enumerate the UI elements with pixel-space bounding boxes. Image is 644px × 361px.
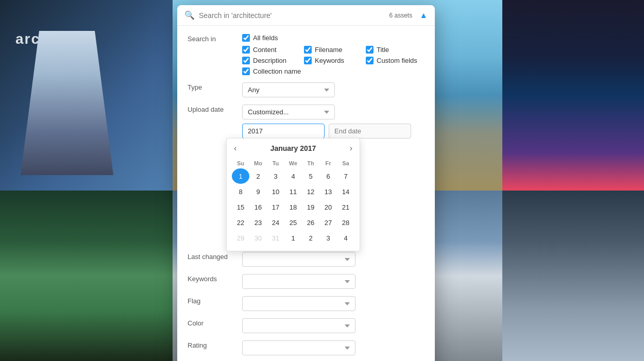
calendar-day[interactable]: 8 [232,184,249,199]
prev-month-button[interactable]: ‹ [232,144,239,153]
calendar-day[interactable]: 11 [284,184,302,199]
calendar-day[interactable]: 1 [232,168,249,184]
content-label: Content [253,46,277,54]
filename-label: Filename [315,46,342,54]
cal-header-su: Su [232,158,249,168]
color-label: Color [188,318,234,327]
calendar-day[interactable]: 13 [319,184,337,199]
end-date-input[interactable] [329,124,411,139]
last-changed-label: Last changed [188,252,234,261]
calendar-day[interactable]: 18 [284,199,302,215]
title-checkbox-item[interactable]: Title [366,46,428,54]
flag-label: Flag [188,296,234,305]
calendar-title: January 2017 [270,144,316,152]
collection-name-checkbox-item[interactable]: Collection name [242,67,304,75]
dialog-overlay: 🔍 6 assets ▲ Search in All fields [0,0,644,361]
custom-fields-label: Custom fields [377,57,417,64]
filename-checkbox-item[interactable]: Filename [304,46,366,54]
calendar-day[interactable]: 2 [302,230,319,246]
collection-name-checkbox[interactable] [242,67,250,75]
form-body: Search in All fields Content [177,26,435,361]
cal-header-we: We [284,158,302,168]
next-month-button[interactable]: › [348,144,354,153]
keywords-select[interactable] [242,274,355,289]
filter-icon[interactable]: ▲ [419,11,428,20]
calendar-grid: Su Mo Tu We Th Fr Sa 1234567891011121314… [232,158,354,246]
type-content: Any [242,82,425,97]
title-checkbox[interactable] [366,46,374,54]
calendar-header: ‹ January 2017 › [232,144,354,153]
collection-name-label: Collection name [253,67,301,75]
flag-row: Flag [188,296,425,311]
description-checkbox[interactable] [242,57,250,64]
last-changed-row: Last changed [188,252,425,267]
cal-header-sa: Sa [337,158,354,168]
calendar-day[interactable]: 20 [319,199,337,215]
calendar-day[interactable]: 17 [267,199,284,215]
calendar-day[interactable]: 21 [337,199,354,215]
last-changed-content [242,252,425,267]
last-changed-select[interactable] [242,252,355,267]
search-input[interactable] [199,11,385,20]
calendar-day[interactable]: 1 [284,230,302,246]
type-label: Type [188,82,234,91]
keywords-checkbox-item[interactable]: Keywords [304,57,366,64]
calendar-day[interactable]: 4 [284,168,302,184]
rating-select[interactable] [242,340,355,355]
calendar-day[interactable]: 23 [249,215,267,230]
calendar-day[interactable]: 10 [267,184,284,199]
calendar-day[interactable]: 26 [302,215,319,230]
search-bar: 🔍 6 assets ▲ [177,5,435,26]
keywords-content [242,274,425,289]
title-label: Title [377,46,389,54]
keywords-field-label: Keywords [188,274,234,283]
calendar-day[interactable]: 15 [232,199,249,215]
calendar-day[interactable]: 19 [302,199,319,215]
calendar-day[interactable]: 25 [284,215,302,230]
keywords-checkbox[interactable] [304,57,312,64]
search-icon: 🔍 [184,10,195,20]
filename-checkbox[interactable] [304,46,312,54]
calendar-day[interactable]: 22 [232,215,249,230]
start-date-input[interactable] [242,124,325,139]
calendar-day[interactable]: 4 [337,230,354,246]
flag-select[interactable] [242,296,355,311]
calendar-day[interactable]: 3 [319,230,337,246]
all-fields-checkbox[interactable] [242,34,250,42]
calendar-day[interactable]: 16 [249,199,267,215]
custom-fields-checkbox-item[interactable]: Custom fields [366,57,428,64]
content-checkbox[interactable] [242,46,250,54]
type-select[interactable]: Any [242,82,335,97]
keywords-label: Keywords [315,57,344,64]
keywords-row: Keywords [188,274,425,289]
color-row: Color [188,318,425,333]
color-content [242,318,425,333]
rating-content [242,340,425,355]
type-row: Type Any [188,82,425,97]
calendar-day[interactable]: 6 [319,168,337,184]
calendar-day[interactable]: 31 [267,230,284,246]
content-checkbox-item[interactable]: Content [242,46,304,54]
upload-date-select[interactable]: Customized... [242,105,335,119]
calendar-day[interactable]: 12 [302,184,319,199]
cal-header-fr: Fr [319,158,337,168]
calendar-day[interactable]: 29 [232,230,249,246]
calendar-day[interactable]: 7 [337,168,354,184]
calendar-day[interactable]: 5 [302,168,319,184]
calendar-day[interactable]: 27 [319,215,337,230]
upload-date-label: Upload date [188,105,234,113]
custom-fields-checkbox[interactable] [366,57,374,64]
calendar-day[interactable]: 14 [337,184,354,199]
calendar-day[interactable]: 3 [267,168,284,184]
all-fields-checkbox-item[interactable]: All fields [242,34,428,42]
calendar-day[interactable]: 24 [267,215,284,230]
calendar-day[interactable]: 9 [249,184,267,199]
calendar-day[interactable]: 28 [337,215,354,230]
description-checkbox-item[interactable]: Description [242,57,304,64]
color-select[interactable] [242,318,355,333]
search-in-label: Search in [188,34,234,43]
calendar-day[interactable]: 2 [249,168,267,184]
all-fields-label: All fields [253,34,278,42]
search-in-row: Search in All fields Content [188,34,425,75]
calendar-day[interactable]: 30 [249,230,267,246]
